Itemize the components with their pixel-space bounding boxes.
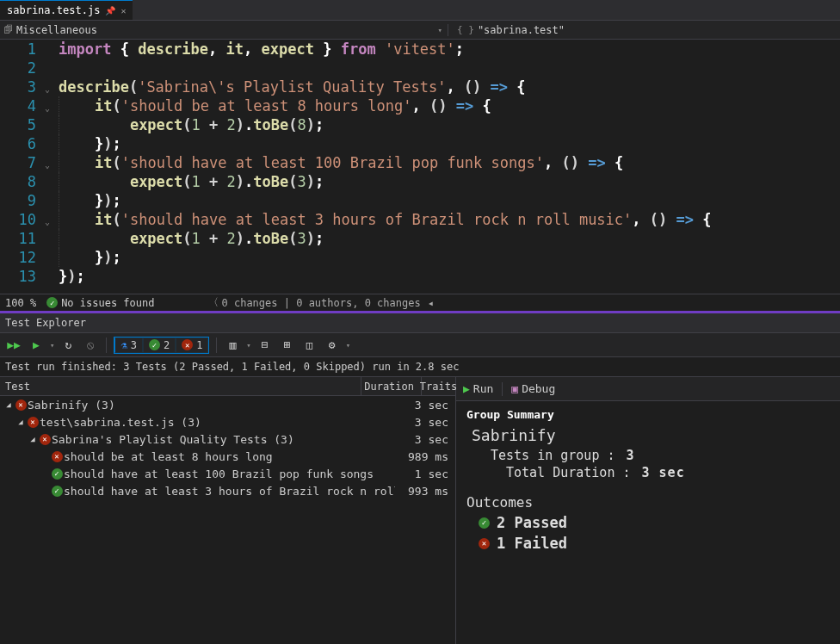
x-icon: ✕ xyxy=(40,434,51,445)
details-debug-button[interactable]: ▣ Debug xyxy=(511,382,555,395)
test-duration: 993 ms xyxy=(395,485,455,498)
test-run-summary: Test run finished: 3 Tests (2 Passed, 1 … xyxy=(0,357,840,377)
outcomes-passed: 2 Passed xyxy=(497,514,567,531)
total-duration-label: Total Duration : xyxy=(506,465,631,480)
changes-label[interactable]: 0 changes | 0 authors, 0 changes xyxy=(222,297,421,309)
pin-icon[interactable]: 📌 xyxy=(105,6,115,15)
x-icon: ✕ xyxy=(28,417,39,428)
test-tree-row[interactable]: ◢✕ Sabrina's Playlist Quality Tests (3)3… xyxy=(0,430,455,448)
check-icon: ✓ xyxy=(149,339,160,350)
file-tab[interactable]: sabrina.test.js 📌 ✕ xyxy=(0,0,133,20)
details-run-button[interactable]: ▶ Run xyxy=(463,382,493,395)
test-filter-pills: ⚗ 3 ✓ 2 ✕ 1 xyxy=(114,337,209,354)
test-tree-row[interactable]: ◢✕ Sabrinify (3)3 sec xyxy=(0,396,455,413)
test-label: should have at least 3 hours of Brazil r… xyxy=(64,485,395,498)
debug-icon: ▣ xyxy=(511,382,518,395)
chevron-down-icon: ▾ xyxy=(438,26,442,34)
layout-button[interactable]: ◫ xyxy=(301,337,318,354)
tree-button[interactable]: ⊟ xyxy=(256,337,274,354)
outcomes-heading: Outcomes xyxy=(466,494,830,511)
test-tree-row[interactable]: ◢✕ test\sabrina.test.js (3)3 sec xyxy=(0,413,455,430)
code-content[interactable]: import { describe, it, expect } from 'vi… xyxy=(59,40,840,294)
repeat-button[interactable]: ↻ xyxy=(59,337,77,354)
close-icon[interactable]: ✕ xyxy=(120,6,126,15)
play-icon: ▶ xyxy=(463,382,470,395)
project-label: Miscellaneous xyxy=(16,24,97,36)
issues-label[interactable]: No issues found xyxy=(61,297,154,309)
col-duration[interactable]: Duration xyxy=(361,377,421,395)
test-tree-pane: Test Duration Traits ◢✕ Sabrinify (3)3 s… xyxy=(0,377,456,644)
test-tree-header: Test Duration Traits xyxy=(0,377,455,396)
playlist-button[interactable]: ▥ xyxy=(224,337,241,354)
group-name: Sabrinify xyxy=(472,426,830,444)
project-dropdown[interactable]: 🗐 Miscellaneous ▾ xyxy=(0,24,448,36)
context-bar: 🗐 Miscellaneous ▾ { } "sabrina.test" xyxy=(0,21,840,40)
filter-all[interactable]: ⚗ 3 xyxy=(114,337,142,353)
test-tree-row[interactable]: ✓ should have at least 100 Brazil pop fu… xyxy=(0,465,455,482)
tests-in-group-label: Tests in group : xyxy=(491,448,615,463)
test-label: should have at least 100 Brazil pop funk… xyxy=(64,468,395,480)
line-gutter: 123⌄4⌄567⌄8910⌄111213 xyxy=(0,40,59,294)
run-button[interactable]: ▶ xyxy=(28,337,45,354)
outcomes-failed: 1 Failed xyxy=(497,535,567,552)
test-duration: 3 sec xyxy=(395,399,455,412)
test-label: Sabrinify (3) xyxy=(28,399,395,412)
zoom-level[interactable]: 100 % xyxy=(5,297,36,309)
test-duration: 989 ms xyxy=(395,450,455,463)
total-duration-value: 3 sec xyxy=(642,465,685,480)
group-summary-heading: Group Summary xyxy=(466,408,830,421)
test-label: Sabrina's Playlist Quality Tests (3) xyxy=(52,433,395,446)
files-icon: 🗐 xyxy=(3,24,13,35)
x-icon: ✕ xyxy=(52,451,63,462)
test-details-pane: ▶ Run ▣ Debug Group Summary Sabrinify Te… xyxy=(456,377,840,644)
braces-icon: { } xyxy=(457,24,474,35)
columns-button[interactable]: ⊞ xyxy=(279,337,296,354)
member-dropdown[interactable]: { } "sabrina.test" xyxy=(448,24,565,36)
col-test[interactable]: Test xyxy=(0,377,361,395)
test-duration: 3 sec xyxy=(395,416,455,429)
check-icon: ✓ xyxy=(52,468,63,480)
test-explorer-title: Test Explorer xyxy=(0,313,840,333)
tests-in-group-value: 3 xyxy=(627,448,635,463)
test-tree-row[interactable]: ✓ should have at least 3 hours of Brazil… xyxy=(0,482,455,499)
x-icon: ✕ xyxy=(182,339,193,350)
test-label: should be at least 8 hours long xyxy=(64,450,395,463)
x-icon: ✕ xyxy=(479,538,490,549)
member-label: "sabrina.test" xyxy=(478,24,565,36)
test-duration: 3 sec xyxy=(395,433,455,446)
test-tree-row[interactable]: ✕ should be at least 8 hours long989 ms xyxy=(0,448,455,465)
test-label: test\sabrina.test.js (3) xyxy=(40,416,395,429)
settings-button[interactable]: ⚙ xyxy=(324,337,341,354)
editor-status-bar: 100 % ✓ No issues found 〈 0 changes | 0 … xyxy=(0,294,840,313)
test-duration: 1 sec xyxy=(395,468,455,480)
details-toolbar: ▶ Run ▣ Debug xyxy=(456,377,840,401)
test-explorer-toolbar: ▶▶ ▶ ▾ ↻ ⦸ ⚗ 3 ✓ 2 ✕ 1 ▥ ▾ ⊟ ⊞ ◫ ⚙ ▾ xyxy=(0,333,840,357)
chevron-left-icon: 〈 xyxy=(208,295,219,310)
file-tab-label: sabrina.test.js xyxy=(7,4,100,16)
x-icon: ✕ xyxy=(15,399,27,411)
filter-failed[interactable]: ✕ 1 xyxy=(176,337,208,353)
chevron-right-icon: ◂ xyxy=(428,297,434,309)
editor-tabbar: sabrina.test.js 📌 ✕ xyxy=(0,0,840,21)
run-all-button[interactable]: ▶▶ xyxy=(5,337,22,354)
cancel-button[interactable]: ⦸ xyxy=(82,337,99,354)
flask-icon: ⚗ xyxy=(120,339,127,351)
code-editor[interactable]: 123⌄4⌄567⌄8910⌄111213 import { describe,… xyxy=(0,40,840,294)
col-traits[interactable]: Traits xyxy=(421,377,455,395)
filter-passed[interactable]: ✓ 2 xyxy=(143,337,176,353)
check-icon: ✓ xyxy=(52,486,63,497)
check-icon: ✓ xyxy=(479,517,490,529)
check-icon: ✓ xyxy=(46,297,58,308)
test-tree[interactable]: ◢✕ Sabrinify (3)3 sec◢✕ test\sabrina.tes… xyxy=(0,396,455,644)
